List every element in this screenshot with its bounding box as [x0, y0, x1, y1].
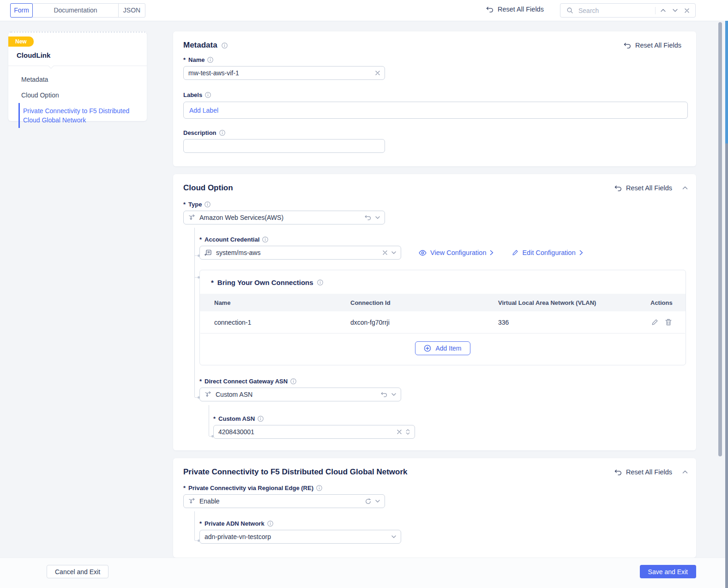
view-tabs: Form Documentation JSON	[10, 3, 145, 18]
private-adn-select[interactable]: adn-private-vn-testcorp	[199, 530, 401, 544]
name-input[interactable]	[188, 69, 371, 77]
sidebar-item-cloud-option[interactable]: Cloud Option	[8, 87, 147, 103]
vertical-scrollbar-thumb[interactable]	[718, 22, 722, 456]
cancel-and-exit-button[interactable]: Cancel and Exit	[47, 565, 108, 578]
info-icon[interactable]	[205, 201, 211, 207]
save-and-exit-button[interactable]: Save and Exit	[640, 565, 696, 578]
chevron-down-icon[interactable]	[391, 535, 396, 538]
required-marker: *	[199, 378, 202, 385]
add-item-button[interactable]: Add Item	[415, 341, 470, 355]
dcg-asn-select[interactable]: Custom ASN	[199, 388, 401, 401]
required-marker: *	[199, 236, 202, 243]
add-item-label: Add Item	[435, 345, 461, 352]
number-stepper[interactable]	[406, 429, 410, 435]
refresh-icon[interactable]	[365, 498, 371, 504]
sidebar-card: New CloudLink Metadata Cloud Option Priv…	[8, 31, 147, 121]
column-header-connection-id: Connection Id	[350, 299, 498, 306]
labels-field-label: Labels	[183, 91, 688, 98]
info-icon[interactable]	[316, 485, 322, 491]
info-icon[interactable]	[205, 92, 211, 98]
collapse-section-icon[interactable]	[682, 186, 688, 190]
reset-all-fields-label: Reset All Fields	[498, 6, 544, 13]
search-next-button[interactable]	[671, 8, 680, 13]
labels-field: Add Label	[183, 102, 688, 119]
top-bar: Form Documentation JSON Reset All Fields	[0, 0, 728, 21]
required-marker: *	[183, 485, 186, 491]
regional-edge-select[interactable]: Enable	[183, 494, 385, 508]
search-prev-button[interactable]	[659, 8, 668, 13]
tab-documentation[interactable]: Documentation	[32, 3, 119, 18]
private-connectivity-section-title: Private Connectivity to F5 Distributed C…	[183, 467, 408, 477]
custom-asn-input[interactable]	[218, 428, 393, 436]
tree-connector-dot	[211, 435, 214, 437]
chevron-down-icon[interactable]	[391, 251, 396, 254]
one-of-branch-icon	[205, 391, 211, 398]
chevron-down-icon[interactable]	[391, 393, 396, 396]
info-icon[interactable]	[258, 416, 264, 422]
tree-connector-dot	[198, 255, 200, 257]
info-icon[interactable]	[267, 521, 273, 527]
private-connectivity-reset-fields-label: Reset All Fields	[626, 468, 672, 476]
cloud-option-section-title: Cloud Option	[183, 183, 233, 193]
search-close-button[interactable]	[683, 7, 691, 14]
edit-configuration-label: Edit Configuration	[522, 249, 575, 256]
byoc-title: * Bring Your Own Connections	[200, 270, 686, 286]
sidebar-item-metadata[interactable]: Metadata	[8, 72, 147, 87]
sidebar-item-private-connectivity[interactable]: Private Connectivity to F5 Distributed C…	[18, 103, 147, 128]
chevron-down-icon[interactable]	[375, 500, 380, 503]
eye-icon	[419, 250, 427, 256]
view-configuration-label: View Configuration	[430, 249, 486, 256]
sidebar-nav: Metadata Cloud Option Private Connectivi…	[8, 72, 147, 128]
info-icon[interactable]	[290, 378, 296, 384]
clear-icon[interactable]	[397, 430, 402, 434]
info-icon[interactable]	[222, 42, 228, 48]
info-icon[interactable]	[219, 130, 225, 136]
undo-icon	[614, 469, 622, 475]
description-field-label: Description	[183, 129, 688, 136]
clear-icon[interactable]	[383, 250, 387, 255]
description-field	[183, 139, 385, 153]
field-undo-icon[interactable]	[364, 215, 371, 220]
type-select[interactable]: Amazon Web Services(AWS)	[183, 211, 385, 224]
bring-your-own-connections-box: * Bring Your Own Connections Name Connec…	[199, 270, 686, 365]
cloud-option-reset-fields-button[interactable]: Reset All Fields	[614, 184, 672, 192]
type-field-label: * Type	[183, 201, 688, 208]
private-connectivity-reset-fields-button[interactable]: Reset All Fields	[614, 468, 672, 476]
required-marker: *	[199, 520, 202, 527]
clear-icon[interactable]	[375, 71, 380, 75]
edit-configuration-link[interactable]: Edit Configuration	[512, 249, 583, 256]
metadata-section-card: Metadata Reset All Fields * Name Labels	[173, 31, 696, 166]
collapse-section-icon[interactable]	[682, 470, 688, 474]
name-field	[183, 66, 385, 80]
tab-form[interactable]: Form	[10, 3, 33, 18]
required-marker: *	[183, 201, 186, 208]
search-input[interactable]	[578, 7, 652, 14]
info-icon[interactable]	[207, 57, 213, 63]
regional-edge-field-label: * Private Connectivity via Regional Edge…	[183, 485, 688, 491]
cell-vlan: 336	[498, 319, 650, 326]
sidebar-divider-notch	[48, 63, 54, 69]
background-page-edge	[725, 21, 728, 588]
metadata-reset-fields-button[interactable]: Reset All Fields	[623, 42, 681, 49]
info-icon[interactable]	[317, 279, 323, 285]
account-credential-value: system/ms-aws	[216, 249, 379, 256]
add-label-button[interactable]: Add Label	[189, 107, 218, 114]
column-header-vlan: Virtual Local Area Network (VLAN)	[498, 299, 650, 306]
dcg-asn-select-value: Custom ASN	[216, 391, 376, 398]
reset-all-fields-button[interactable]: Reset All Fields	[486, 6, 544, 13]
pencil-icon	[512, 249, 518, 256]
account-credential-select[interactable]: system/ms-aws	[199, 246, 401, 260]
info-icon[interactable]	[262, 236, 268, 242]
field-undo-icon[interactable]	[380, 392, 387, 397]
edit-row-icon[interactable]	[651, 319, 658, 326]
delete-row-icon[interactable]	[665, 319, 672, 326]
required-marker: *	[183, 56, 186, 63]
custom-asn-field-label: * Custom ASN	[213, 415, 688, 422]
tab-json[interactable]: JSON	[118, 3, 145, 18]
view-configuration-link[interactable]: View Configuration	[419, 249, 493, 256]
tree-connector-line	[194, 511, 195, 540]
cell-name: connection-1	[214, 319, 350, 326]
chevron-right-icon	[490, 250, 493, 255]
chevron-down-icon[interactable]	[375, 216, 380, 219]
description-input[interactable]	[188, 142, 380, 150]
